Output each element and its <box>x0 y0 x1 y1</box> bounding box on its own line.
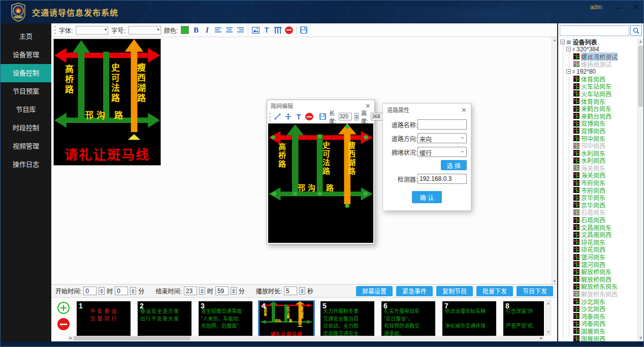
length-input[interactable] <box>339 113 352 120</box>
play-duration-stepper[interactable] <box>299 287 305 295</box>
device-item[interactable]: 螺丝湾桥测试 <box>560 53 643 60</box>
editor-grip-icon[interactable] <box>269 113 271 121</box>
delete-icon[interactable] <box>285 26 293 34</box>
italic-icon[interactable]: I <box>203 26 211 34</box>
minimize-icon[interactable] <box>614 5 622 12</box>
device-item[interactable]: 市府岗西 <box>560 186 643 194</box>
congestion-select[interactable]: 缓行 <box>417 147 467 157</box>
device-item[interactable]: 海关岗西 <box>560 172 643 179</box>
tree-scrollbar[interactable]: ▲ ▼ <box>637 39 643 341</box>
line-tool-icon[interactable] <box>273 113 281 121</box>
scroll-down-icon[interactable]: ▼ <box>638 335 643 341</box>
action-button[interactable]: 批量下发 <box>476 286 513 296</box>
device-item[interactable]: 邗中岗西 <box>560 142 643 149</box>
device-item[interactable]: 火车站岗东 <box>560 83 643 90</box>
tree-group-192x80[interactable]: ♯ 192*80 <box>560 68 643 75</box>
led-preview-panel[interactable]: 高桥路 史可法路 瘦西湖路 邗沟 路 请礼让斑马线 <box>53 39 161 166</box>
device-item[interactable]: 双博岗东 <box>560 120 643 128</box>
device-item[interactable]: 鸿泰岗西 <box>560 320 643 328</box>
sidebar-item[interactable]: 操作日志 <box>1 155 51 174</box>
action-button[interactable]: 复制节目 <box>436 286 473 296</box>
device-item[interactable]: 沙北岗东 <box>560 298 643 305</box>
start-minute-input[interactable] <box>115 287 128 295</box>
tree-root-device-list[interactable]: ▦ 设备列表 <box>560 38 643 46</box>
save-icon[interactable] <box>300 26 308 34</box>
device-item[interactable]: 海关岗东 <box>560 164 643 172</box>
align-left-icon[interactable] <box>214 26 222 34</box>
logged-in-user[interactable]: adm <box>590 4 602 11</box>
device-item[interactable]: 体育岗西 <box>560 75 643 83</box>
device-item[interactable]: 解放桥岗西 <box>560 275 643 283</box>
scroll-up-icon[interactable]: ▲ <box>638 39 643 45</box>
sidebar-item[interactable]: 设备控制 <box>1 64 51 82</box>
device-item[interactable]: 水利岗西 <box>560 157 643 165</box>
program-thumbnail[interactable]: 6 扎实开展电动车 “百日整治”， 有效预防道路交 通事故。 高桥路 史可法路 … <box>381 301 435 338</box>
program-thumbnail[interactable]: 5 大力开展秋冬季 交通安全整治百 日会战，全力稳 定道路交通安全 形势！ 高桥… <box>320 301 374 338</box>
program-thumbnail[interactable]: 3 发生轻微交通事故 “人未伤，车能动. 先拍照，后撤离” 高桥路 史可法路 瘦… <box>199 301 252 338</box>
select-detector-button[interactable]: 选 择 <box>441 160 467 170</box>
sidebar-item[interactable]: 节目库 <box>1 101 51 119</box>
collapse-icon[interactable] <box>566 69 571 74</box>
close-icon[interactable]: ✕ <box>632 2 639 13</box>
device-item[interactable]: 石塔岗东 <box>560 209 643 216</box>
start-minute-stepper[interactable] <box>130 287 136 295</box>
road-name-field[interactable] <box>417 119 467 130</box>
toolbar-grip-icon[interactable] <box>54 26 56 34</box>
editor-titlebar[interactable]: 路网编辑 ✕ <box>267 100 374 111</box>
scrollbar-thumb[interactable] <box>638 46 643 107</box>
device-item[interactable]: 来鹤台岗西 <box>560 112 643 120</box>
device-item[interactable]: 水利岗东 <box>560 149 643 157</box>
add-program-button[interactable] <box>57 302 70 314</box>
confirm-button[interactable]: 确 认 <box>412 191 442 203</box>
program-thumbnail[interactable]: 8 打击改装“炸 严查严惩“机 高桥路 史可法路 瘦西湖路 邗沟 路 <box>503 301 544 338</box>
end-hour-stepper[interactable] <box>199 287 205 295</box>
device-item[interactable]: 市府岗东 <box>560 179 643 186</box>
end-minute-input[interactable] <box>215 287 229 295</box>
device-item[interactable]: 来鹤台岗东 <box>560 105 643 112</box>
device-item[interactable]: 银河岗东 <box>560 253 643 261</box>
device-item[interactable]: 维扬岗测试 <box>560 60 643 68</box>
device-item[interactable]: 鸿泰岗东 <box>560 312 643 320</box>
collapse-icon[interactable] <box>566 47 571 51</box>
device-item[interactable]: 文昌阁岗东 <box>560 224 643 231</box>
font-select[interactable] <box>76 26 108 35</box>
device-item[interactable]: 解放桥东岗东 <box>560 283 643 291</box>
scroll-left-icon[interactable]: ◄ <box>68 336 73 341</box>
editor-delete-icon[interactable] <box>305 113 313 120</box>
font-size-select[interactable] <box>128 26 161 35</box>
play-duration-input[interactable] <box>284 287 297 295</box>
color-swatch[interactable] <box>181 26 189 34</box>
collapse-icon[interactable] <box>560 40 565 44</box>
cross-road-tool-icon[interactable] <box>284 113 292 121</box>
sidebar-item[interactable]: 主页 <box>1 27 51 46</box>
device-item[interactable]: 文昌阁岗西 <box>560 231 643 238</box>
program-thumbnail[interactable]: 4 高桥路 史可法路 瘦西湖路 邗沟 路 <box>260 301 313 338</box>
sidebar-item[interactable]: 时段控制 <box>1 119 51 137</box>
road-icon[interactable] <box>274 26 282 34</box>
scroll-up-icon[interactable]: ▲ <box>552 37 557 43</box>
editor-canvas[interactable]: 高桥路 史可法路 瘦西湖路 邗沟 路 <box>268 123 373 243</box>
device-item[interactable]: 双博岗西 <box>560 127 643 135</box>
editor-text-tool-icon[interactable]: T <box>295 113 303 121</box>
end-hour-input[interactable] <box>184 287 197 295</box>
dialog-titlebar[interactable]: 道路属性 ✕ <box>383 104 471 116</box>
device-item[interactable]: 京华岗西 <box>560 201 643 209</box>
device-item[interactable]: 银河岗西 <box>560 261 643 268</box>
scroll-down-icon[interactable]: ▼ <box>546 329 551 335</box>
canvas-scrollbar[interactable]: ▲ ▼ <box>552 37 557 284</box>
action-button[interactable]: 节目下发 <box>517 286 553 296</box>
design-canvas[interactable]: 高桥路 史可法路 瘦西湖路 邗沟 路 请礼让斑马线 路网编辑 ✕ <box>51 37 557 284</box>
dialog-close-icon[interactable]: ✕ <box>461 106 467 114</box>
search-button[interactable] <box>630 25 642 36</box>
scroll-up-icon[interactable]: ▲ <box>546 300 551 306</box>
tree-group-320x384[interactable]: ♯ 320*384 <box>560 46 643 53</box>
device-item[interactable]: 琼花岗东 <box>560 238 643 246</box>
device-item[interactable]: 国展岗东 <box>560 327 643 335</box>
device-item[interactable]: 石塔岗西 <box>560 216 643 224</box>
image-icon[interactable] <box>251 26 260 34</box>
action-button[interactable]: 屏幕设置 <box>356 286 393 296</box>
playlist-vertical-scrollbar[interactable]: ▲ ▼ <box>545 300 551 335</box>
bold-icon[interactable]: B <box>192 26 200 34</box>
sidebar-item[interactable]: 设备管理 <box>1 46 51 64</box>
end-minute-stepper[interactable] <box>231 287 237 295</box>
